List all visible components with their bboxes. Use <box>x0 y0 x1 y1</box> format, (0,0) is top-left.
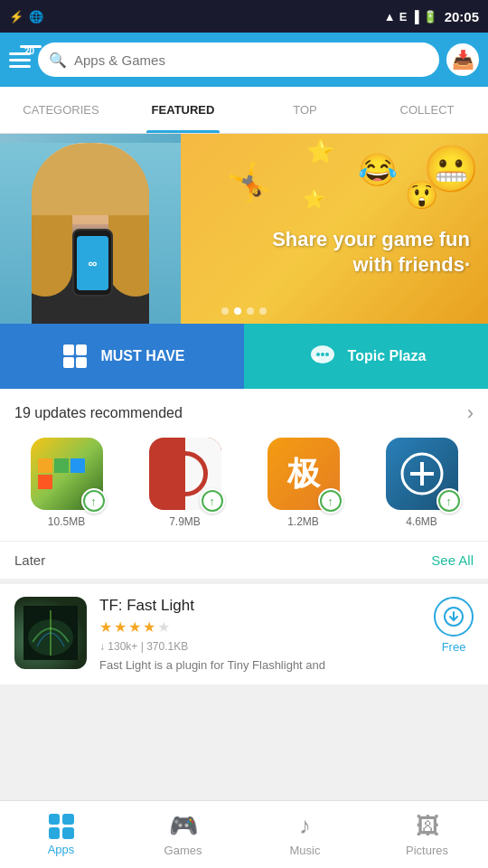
update-app-item: ↑ 4.6MB <box>370 438 474 528</box>
updates-arrow-icon[interactable]: › <box>467 401 474 425</box>
signal-e-icon: E <box>399 10 408 24</box>
nav-pictures-label: Pictures <box>406 844 448 857</box>
pictures-icon: 🖼 <box>416 812 439 840</box>
svg-rect-1 <box>76 344 87 355</box>
banner-dots <box>221 307 267 315</box>
update-badge-4[interactable]: ↑ <box>436 488 462 514</box>
featured-app-item: TF: Fast Light ★ ★ ★ ★ ★ ↓ 130k+ | 370.1… <box>0 584 488 684</box>
banner-dot-2[interactable] <box>234 307 241 315</box>
updates-header: 19 updates recommended › <box>14 401 474 425</box>
updates-section: 19 updates recommended › ↑ 10.5MB <box>0 389 488 542</box>
banner-dot-3[interactable] <box>247 307 254 315</box>
apps-icon <box>49 814 74 839</box>
star-5: ★ <box>157 618 170 636</box>
usb-icon: ⚡ <box>9 10 23 24</box>
banner-dot-1[interactable] <box>221 307 229 315</box>
app-icon-fastlight <box>14 597 87 669</box>
tab-featured[interactable]: FEATURED <box>122 87 244 133</box>
wifi-icon: ▲ <box>384 10 396 24</box>
app-size-3: 1.2MB <box>287 515 319 528</box>
app-meta: ↓ 130k+ | 370.1KB <box>99 640 421 653</box>
banner-left-panel: ∞ <box>0 134 181 324</box>
search-icon: 🔍 <box>49 52 67 69</box>
signal-bars-icon: ▐ <box>410 10 418 24</box>
download-circle-icon <box>434 597 474 637</box>
search-box[interactable]: 🔍 <box>38 42 439 77</box>
free-button[interactable]: Free <box>434 597 474 654</box>
update-badge-3[interactable]: ↑ <box>318 488 343 514</box>
promo-banner[interactable]: ∞ 😬 😂 😲 ⭐ ⭐ 🤸 Share your game fun with f… <box>0 134 488 324</box>
star-3: ★ <box>128 618 141 636</box>
app-list-info: TF: Fast Light ★ ★ ★ ★ ★ ↓ 130k+ | 370.1… <box>99 597 421 672</box>
free-label: Free <box>442 640 466 654</box>
action-buttons-row: MUST HAVE Topic Plaza <box>0 324 488 389</box>
grid-icon <box>59 340 91 373</box>
app-description: Fast Light is a plugin for Tiny Flashlig… <box>99 658 421 672</box>
svg-point-6 <box>316 353 320 356</box>
must-have-button[interactable]: MUST HAVE <box>0 324 244 389</box>
bottom-navigation: Apps 🎮 Games ♪ Music 🖼 Pictures <box>0 800 488 868</box>
svg-rect-3 <box>76 357 87 368</box>
app-icon-wrap-3: 极 ↑ <box>267 438 340 510</box>
app-icon-wrap-2: ↑ <box>149 438 221 510</box>
nav-music-label: Music <box>290 844 321 857</box>
download-count: 130k+ <box>108 640 137 653</box>
nav-apps[interactable]: Apps <box>0 801 122 868</box>
svg-rect-2 <box>63 357 74 368</box>
see-all-button[interactable]: See All <box>431 552 474 568</box>
battery-icon: 🔋 <box>423 10 437 24</box>
star-1: ★ <box>99 618 112 636</box>
nav-games-label: Games <box>164 844 202 857</box>
app-size-4: 4.6MB <box>406 515 437 528</box>
update-badge-2[interactable]: ↑ <box>200 488 225 514</box>
search-input[interactable] <box>74 52 428 68</box>
app-size-1: 10.5MB <box>48 515 85 528</box>
app-name: TF: Fast Light <box>99 597 421 615</box>
svg-rect-0 <box>63 344 74 355</box>
menu-line <box>9 59 31 61</box>
tab-bar: CATEGORIES FEATURED TOP COLLECT <box>0 87 488 134</box>
nav-pictures[interactable]: 🖼 Pictures <box>366 801 488 868</box>
status-bar: ⚡ 🌐 ▲ E ▐ 🔋 20:05 <box>0 0 488 33</box>
notification-badge: 20 <box>20 45 42 48</box>
later-see-all-row: Later See All <box>0 542 488 584</box>
games-icon: 🎮 <box>169 812 198 840</box>
chat-icon <box>306 340 339 373</box>
update-badge-1[interactable]: ↑ <box>81 488 107 514</box>
app-icon-wrap-1: ↑ <box>31 438 103 510</box>
update-app-item: 极 ↑ 1.2MB <box>251 438 355 528</box>
updates-title: 19 updates recommended <box>14 405 183 421</box>
menu-line <box>9 65 31 68</box>
updates-apps-row: ↑ 10.5MB ↑ 7.9MB 极 <box>14 438 474 528</box>
topic-plaza-button[interactable]: Topic Plaza <box>244 324 488 389</box>
music-icon: ♪ <box>299 812 311 840</box>
inbox-button[interactable]: 📥 <box>446 43 479 76</box>
tab-categories[interactable]: CATEGORIES <box>0 87 122 133</box>
later-label[interactable]: Later <box>14 552 45 568</box>
download-icon: ↓ <box>99 640 108 653</box>
nav-games[interactable]: 🎮 Games <box>122 801 244 868</box>
app-size-2: 7.9MB <box>169 515 201 528</box>
tab-collect[interactable]: COLLECT <box>366 87 488 133</box>
nav-apps-label: Apps <box>48 843 75 856</box>
star-rating: ★ ★ ★ ★ ★ <box>99 618 421 636</box>
topic-plaza-label: Topic Plaza <box>348 348 427 364</box>
app-filesize: 370.1KB <box>146 640 188 653</box>
update-app-item: ↑ 7.9MB <box>133 438 237 528</box>
banner-dot-4[interactable] <box>259 307 267 315</box>
time-display: 20:05 <box>445 9 479 24</box>
app-icon-wrap-4: ↑ <box>386 438 458 510</box>
banner-right-panel: 😬 😂 😲 ⭐ ⭐ 🤸 Share your game fun with fri… <box>181 134 488 324</box>
nav-music[interactable]: ♪ Music <box>244 801 366 868</box>
svg-point-8 <box>325 353 329 356</box>
globe-icon: 🌐 <box>29 10 43 24</box>
update-app-item: ↑ 10.5MB <box>14 438 118 528</box>
tab-top[interactable]: TOP <box>244 87 366 133</box>
banner-woman: ∞ <box>0 134 181 324</box>
app-header: 20 🔍 📥 <box>0 33 488 87</box>
menu-button[interactable]: 20 <box>9 52 31 68</box>
inbox-icon: 📥 <box>452 49 474 71</box>
app-list-icon <box>14 597 87 669</box>
banner-text: Share your game fun with friends· <box>272 227 470 278</box>
star-4: ★ <box>143 618 155 636</box>
